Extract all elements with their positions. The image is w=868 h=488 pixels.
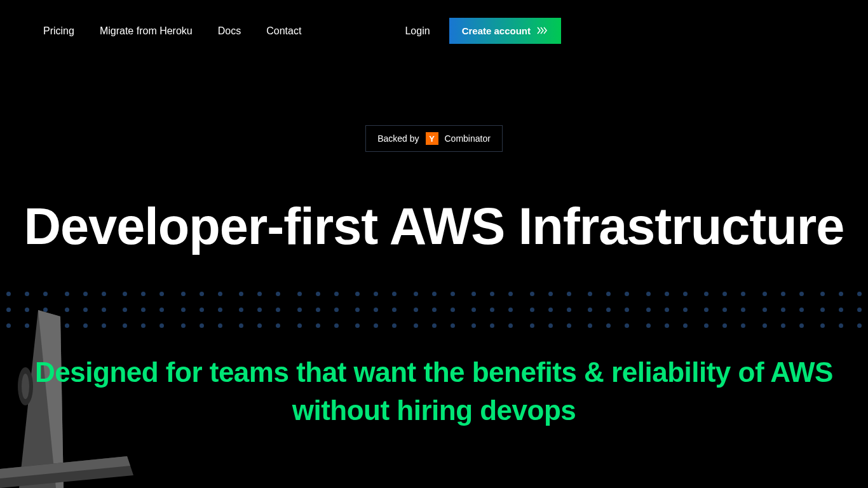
badge-suffix: Combinator — [445, 133, 491, 144]
main-nav: Pricing Migrate from Heroku Docs Contact… — [0, 0, 868, 62]
badge-container: Backed by Y Combinator — [0, 125, 868, 152]
hero-title: Developer-first AWS Infrastructure — [0, 195, 868, 258]
nav-docs[interactable]: Docs — [218, 25, 241, 37]
create-account-button[interactable]: Create account — [449, 18, 561, 44]
login-link[interactable]: Login — [405, 25, 430, 37]
chevron-right-icon — [537, 25, 548, 36]
yc-logo-icon: Y — [426, 132, 438, 145]
nav-pricing[interactable]: Pricing — [43, 25, 74, 37]
nav-left-group: Pricing Migrate from Heroku Docs Contact — [43, 25, 301, 37]
create-account-label: Create account — [462, 25, 531, 36]
nav-right-group: Login Create account — [405, 18, 561, 44]
badge-prefix: Backed by — [377, 133, 419, 144]
nav-contact[interactable]: Contact — [266, 25, 301, 37]
nav-migrate[interactable]: Migrate from Heroku — [100, 25, 193, 37]
hero-subtitle: Designed for teams that want the benefit… — [0, 353, 868, 430]
yc-badge: Backed by Y Combinator — [365, 125, 503, 152]
